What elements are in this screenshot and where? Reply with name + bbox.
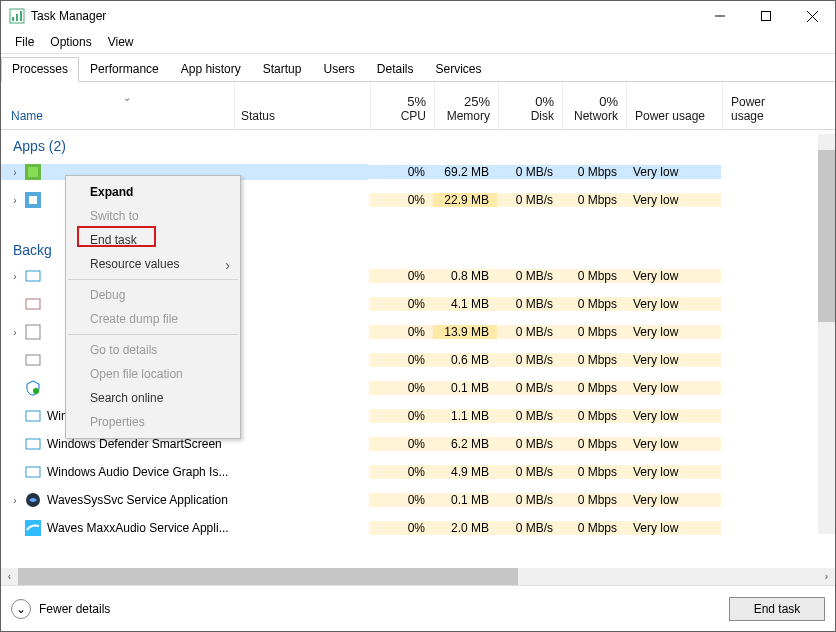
expand-icon[interactable]: › [9,167,21,178]
group-apps[interactable]: Apps (2) [1,130,835,158]
ctx-open-file-location[interactable]: Open file location [66,362,240,386]
svg-rect-13 [26,299,40,309]
table-row[interactable]: Waves MaxxAudio Service Appli... 0%2.0 M… [1,514,835,542]
end-task-button[interactable]: End task [729,597,825,621]
svg-rect-15 [26,355,40,365]
process-icon [25,436,41,452]
ctx-search-online[interactable]: Search online [66,386,240,410]
svg-rect-17 [26,411,40,421]
svg-rect-5 [762,12,771,21]
tab-app-history[interactable]: App history [170,57,252,82]
ctx-debug: Debug [66,283,240,307]
tab-details[interactable]: Details [366,57,425,82]
col-disk[interactable]: 0%Disk [499,82,563,129]
app-icon [25,164,41,180]
svg-rect-11 [29,196,37,204]
fewer-details-button[interactable]: ⌄ Fewer details [11,599,110,619]
process-name: Windows Audio Device Graph Is... [47,465,228,479]
svg-rect-3 [20,11,22,21]
horizontal-scroll-thumb[interactable] [18,568,518,585]
process-icon [25,492,41,508]
process-name: WavesSysSvc Service Application [47,493,228,507]
maximize-button[interactable] [743,1,789,31]
ctx-expand[interactable]: Expand [66,180,240,204]
process-icon [25,464,41,480]
ctx-resource-values[interactable]: Resource values [66,252,240,276]
shield-icon [25,380,41,396]
task-manager-icon [9,8,25,24]
process-icon [25,268,41,284]
tab-strip: Processes Performance App history Startu… [1,56,835,82]
process-icon [25,408,41,424]
expand-icon[interactable]: › [9,195,21,206]
scroll-right-icon[interactable]: › [818,571,835,582]
menu-file[interactable]: File [7,33,42,51]
close-button[interactable] [789,1,835,31]
menu-options[interactable]: Options [42,33,99,51]
table-row[interactable]: ›WavesSysSvc Service Application 0%0.1 M… [1,486,835,514]
table-row[interactable]: Windows Audio Device Graph Is... 0%4.9 M… [1,458,835,486]
col-cpu[interactable]: 5%CPU [371,82,435,129]
col-power-usage-2[interactable]: Power usage [723,82,801,129]
menu-view[interactable]: View [100,33,142,51]
ctx-end-task[interactable]: End task [66,228,240,252]
ctx-switch-to: Switch to [66,204,240,228]
col-name-label: Name [11,109,43,123]
menu-bar: File Options View [1,31,835,53]
col-name[interactable]: Name ⌄ [1,82,235,129]
ctx-create-dump[interactable]: Create dump file [66,307,240,331]
tab-startup[interactable]: Startup [252,57,313,82]
horizontal-scrollbar[interactable]: ‹ › [1,568,835,585]
column-header: Name ⌄ Status 5%CPU 25%Memory 0%Disk 0%N… [1,82,835,130]
svg-rect-2 [16,14,18,21]
window-title: Task Manager [31,9,697,23]
tab-processes[interactable]: Processes [1,57,79,82]
app-icon [25,192,41,208]
ctx-properties[interactable]: Properties [66,410,240,434]
process-name: Waves MaxxAudio Service Appli... [47,521,229,535]
tab-performance[interactable]: Performance [79,57,170,82]
svg-rect-18 [26,439,40,449]
fewer-details-label: Fewer details [39,602,110,616]
ctx-go-to-details[interactable]: Go to details [66,338,240,362]
col-power-usage[interactable]: Power usage [627,82,723,129]
svg-rect-9 [28,167,38,177]
svg-rect-19 [26,467,40,477]
chevron-down-icon: ⌄ [123,92,131,103]
process-icon [25,324,41,340]
svg-rect-14 [26,325,40,339]
tab-users[interactable]: Users [312,57,365,82]
svg-rect-1 [12,17,14,21]
table-row[interactable]: ›vmware_hostd (32 bit) 0%2.3 MB0 MB/s0 M… [1,542,835,546]
svg-rect-12 [26,271,40,281]
chevron-down-icon: ⌄ [11,599,31,619]
minimize-button[interactable] [697,1,743,31]
col-status[interactable]: Status [235,82,371,129]
col-memory[interactable]: 25%Memory [435,82,499,129]
context-menu: Expand Switch to End task Resource value… [65,175,241,439]
vertical-scroll-thumb[interactable] [818,150,835,322]
footer: ⌄ Fewer details End task [1,585,835,631]
title-bar: Task Manager [1,1,835,31]
scroll-left-icon[interactable]: ‹ [1,571,18,582]
process-name: Windows Defender SmartScreen [47,437,222,451]
svg-point-16 [33,388,39,394]
process-icon [25,296,41,312]
col-network[interactable]: 0%Network [563,82,627,129]
tab-services[interactable]: Services [425,57,493,82]
process-icon [25,352,41,368]
process-icon [25,520,41,536]
